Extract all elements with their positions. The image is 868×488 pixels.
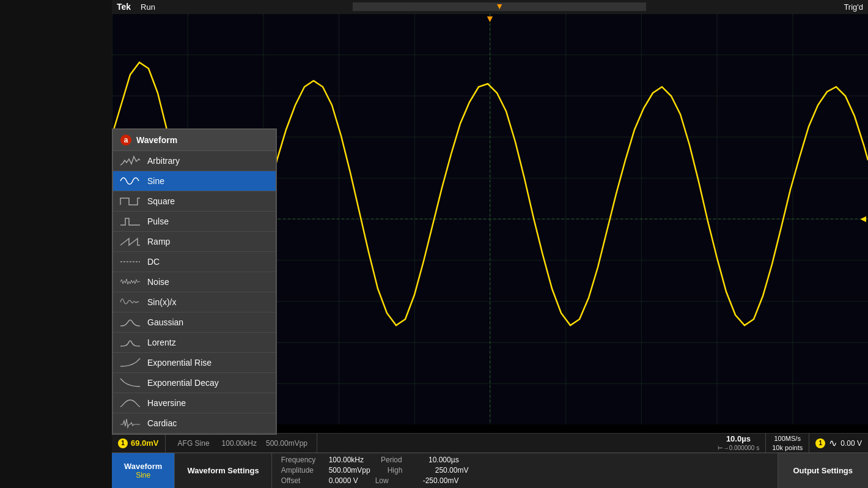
trigger-timeline: ▼ [353, 2, 646, 11]
period-label: Period [381, 455, 424, 465]
menu-item-noise[interactable]: Noise [113, 272, 276, 292]
cardiac-label: Cardiac [147, 418, 177, 428]
trigger-time-marker: ▼ [485, 13, 495, 24]
output-settings-button[interactable]: Output Settings [778, 453, 869, 488]
time-per-div: 10.0µs [726, 434, 751, 445]
menu-item-lorentz[interactable]: Lorentz [113, 333, 276, 353]
menu-item-sinx[interactable]: Sin(x)/x [113, 292, 276, 312]
waveform-btn-value: Sine [136, 471, 150, 479]
offset-label: Offset [281, 476, 324, 486]
pulse-label: Pulse [147, 216, 169, 226]
dc-label: DC [147, 257, 160, 267]
menu-item-arbitrary[interactable]: Arbitrary [113, 151, 276, 171]
run-status: Run [136, 2, 160, 12]
menu-title: Waveform [136, 135, 177, 145]
time-div-box: 10.0µs ⊢→0.000000 s [712, 433, 767, 454]
exp-rise-menu-icon [119, 356, 141, 369]
sinx-menu-icon [119, 295, 141, 309]
point-count: 10k points [772, 443, 803, 452]
menu-item-pulse[interactable]: Pulse [113, 212, 276, 232]
menu-item-gaussian[interactable]: Gaussian [113, 312, 276, 333]
top-bar: Tek Run ▼ Trig'd [112, 0, 868, 13]
lorentz-label: Lorentz [147, 338, 176, 347]
tek-logo: Tek [112, 2, 136, 12]
sine-label: Sine [147, 176, 164, 186]
menu-header: a Waveform [113, 130, 276, 151]
menu-item-dc[interactable]: DC [113, 252, 276, 272]
ch1-status-item: 1 69.0mV [112, 434, 166, 453]
time-offset: ⊢→0.000000 s [718, 444, 760, 452]
amplitude-label: Amplitude [281, 465, 324, 476]
ch1-voltage: 69.0mV [131, 438, 159, 448]
arbitrary-label: Arbitrary [147, 156, 180, 166]
arbitrary-icon [119, 154, 141, 168]
trigger-position-bar: ▼ [160, 2, 839, 11]
noise-label: Noise [147, 277, 169, 287]
frequency-row: Frequency 100.00kHz Period 10.000µs [281, 455, 459, 465]
noise-menu-icon [119, 275, 141, 289]
ch1-badge: 1 [118, 438, 128, 448]
freq-label: Frequency [281, 455, 324, 465]
square-label: Square [147, 196, 175, 206]
menu-item-square[interactable]: Square [113, 191, 276, 212]
low-value: -250.00mV [423, 476, 459, 486]
trig-status: Trig'd [839, 2, 868, 12]
sample-rate-box: 100MS/s 10k points [766, 433, 809, 453]
haversine-label: Haversine [147, 398, 186, 408]
haversine-menu-icon [119, 396, 141, 410]
pulse-menu-icon [119, 215, 141, 228]
amplitude-row: Amplitude 500.00mVpp High 250.00mV [281, 465, 469, 476]
trigger-position-marker: ▼ [495, 1, 504, 11]
afg-frequency: 100.00kHz [219, 439, 260, 448]
signal-info-panel: Frequency 100.00kHz Period 10.000µs Ampl… [272, 453, 778, 488]
ch1-out-voltage: 0.00 V [840, 439, 862, 448]
button-bar: Waveform Sine Waveform Settings Frequenc… [112, 453, 868, 488]
waveform-settings-label: Waveform Settings [187, 466, 259, 475]
afg-status-item: AFG Sine 100.00kHz 500.00mVpp [166, 434, 317, 453]
high-value: 250.00mV [435, 465, 469, 476]
exp-rise-label: Exponential Rise [147, 358, 211, 368]
status-bar: 1 69.0mV AFG Sine 100.00kHz 500.00mVpp 1… [112, 433, 868, 453]
low-label: Low [375, 476, 418, 486]
gaussian-label: Gaussian [147, 317, 183, 327]
dc-menu-icon [119, 255, 141, 268]
waveform-menu: a Waveform Arbitrary Sine Square [112, 128, 277, 435]
waveform-settings-button[interactable]: Waveform Settings [175, 453, 271, 488]
menu-item-sine[interactable]: Sine [113, 171, 276, 191]
lorentz-menu-icon [119, 336, 141, 349]
menu-item-exp-rise[interactable]: Exponential Rise [113, 353, 276, 373]
exp-decay-label: Exponential Decay [147, 378, 219, 388]
menu-item-ramp[interactable]: Ramp [113, 232, 276, 252]
ramp-menu-icon [119, 235, 141, 248]
waveform-button[interactable]: Waveform Sine [112, 453, 175, 488]
sinx-label: Sin(x)/x [147, 297, 176, 307]
menu-item-exp-decay[interactable]: Exponential Decay [113, 373, 276, 393]
period-value: 10.000µs [428, 455, 459, 465]
square-menu-icon [119, 194, 141, 208]
menu-badge: a [120, 135, 131, 146]
sine-wave-icon: ∿ [829, 437, 837, 449]
waveform-btn-label: Waveform [124, 462, 162, 471]
gaussian-menu-icon [119, 316, 141, 329]
cardiac-menu-icon [119, 416, 141, 430]
afg-mode-label: AFG Sine [172, 439, 216, 448]
menu-item-haversine[interactable]: Haversine [113, 393, 276, 413]
offset-value: 0.0000 V [329, 476, 358, 486]
amplitude-value: 500.00mVpp [329, 465, 370, 476]
sample-rate: 100MS/s [774, 434, 801, 443]
sine-menu-icon [119, 174, 141, 188]
exp-decay-menu-icon [119, 376, 141, 390]
ch1-out-badge: 1 [815, 438, 825, 448]
ch1-output-box: 1 ∿ 0.00 V [809, 437, 868, 449]
ramp-label: Ramp [147, 237, 170, 246]
high-label: High [388, 465, 430, 476]
trigger-level-marker: ◄ [858, 213, 868, 224]
freq-value: 100.00kHz [329, 455, 364, 465]
afg-amplitude: 500.00mVpp [263, 439, 311, 448]
left-sidebar [0, 0, 112, 488]
output-settings-label: Output Settings [793, 466, 853, 475]
menu-item-cardiac[interactable]: Cardiac [113, 413, 276, 434]
offset-row: Offset 0.0000 V Low -250.00mV [281, 476, 459, 486]
